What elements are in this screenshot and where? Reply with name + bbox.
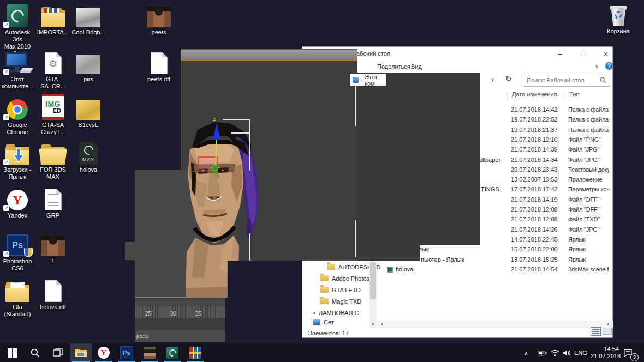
tree-item[interactable]: AUTODESK 3D: [327, 264, 392, 275]
details-view-button[interactable]: [591, 327, 601, 336]
desktop-icon-label: Корзина: [601, 28, 635, 35]
tray-network[interactable]: [551, 343, 559, 362]
language-indicator[interactable]: ENG: [574, 343, 587, 362]
tray-expand-button[interactable]: [524, 343, 528, 362]
horizontal-scrollbar[interactable]: [377, 321, 613, 328]
timeline-slider-line[interactable]: [135, 297, 225, 298]
desktop-icon-autodesk-3ds-max[interactable]: Autodesk 3ds Max 2010 3...: [1, 4, 34, 57]
taskbar-winrar-button[interactable]: [184, 343, 206, 362]
desktop-icon-peets[interactable]: peets: [142, 4, 176, 36]
ribbon-collapse-icon[interactable]: [595, 63, 599, 69]
desktop-icon-this-pc[interactable]: Этот компьюте...: [1, 51, 34, 90]
file-date: 21.07.2018 14:54: [511, 266, 558, 273]
thumbnails-view-button[interactable]: [603, 328, 612, 335]
search-icon: [600, 77, 606, 83]
file-date: 14.07.2018 22:45: [511, 236, 558, 243]
speaker-icon: [563, 349, 571, 357]
timeline-ruler[interactable]: 25 30 35: [135, 306, 225, 318]
timeline-tick-label: 25: [145, 311, 151, 317]
help-icon[interactable]: [605, 62, 613, 70]
column-header-type[interactable]: Тип: [569, 91, 579, 101]
desktop-icon-label: GTA-SA Crazy I...: [36, 122, 70, 136]
window-title: Рабочий стол: [353, 50, 390, 57]
taskbar-gta-button[interactable]: [139, 343, 160, 362]
wifi-icon: [551, 349, 559, 356]
column-separator[interactable]: [564, 92, 564, 100]
tray-battery[interactable]: [538, 343, 547, 362]
desktop-icon-gta-sa-cr[interactable]: GTA-SA_CR...: [36, 51, 70, 90]
desktop-icon-label: Yandex: [1, 212, 34, 219]
desktop-icon-gta-sa-crazy-img-ed[interactable]: IMG ED GTA-SA Crazy I...: [36, 97, 70, 136]
folder-icon: [320, 287, 329, 293]
desktop-icon-holova-dff[interactable]: holova.dff: [36, 279, 70, 311]
file-date: 21.07.2018 12:08: [511, 206, 558, 213]
timeline-tick-label: 30: [170, 311, 176, 317]
close-button[interactable]: [595, 47, 617, 61]
column-separator[interactable]: [507, 92, 508, 100]
photoshop-icon: Ps: [120, 346, 133, 359]
refresh-icon[interactable]: [505, 74, 512, 83]
desktop-icon-google-chrome[interactable]: Google Chrome: [1, 97, 34, 136]
tree-item-network[interactable]: Сет: [313, 319, 379, 325]
maximize-button[interactable]: [572, 47, 594, 61]
address-bar[interactable]: Этот ком: [350, 74, 386, 86]
desktop-icon-peets-dff[interactable]: peets.dff: [142, 51, 176, 83]
shortcut-arrow-icon: [3, 159, 9, 165]
network-icon: [313, 319, 320, 325]
desktop-icon-holova-max[interactable]: MAX holova: [71, 142, 105, 173]
minimize-button[interactable]: [549, 47, 571, 61]
address-dropdown-icon[interactable]: [491, 76, 494, 82]
desktop-icon-yandex[interactable]: Y Yandex: [1, 188, 34, 219]
desktop-icon-1[interactable]: 1: [36, 233, 70, 265]
desktop-icon-cool-brigh[interactable]: Cool-Brigh...: [71, 4, 105, 36]
desktop-icon-b1cvse[interactable]: B1cvsE: [71, 97, 105, 129]
desktop-icon-grp[interactable]: GRP: [36, 188, 70, 219]
desktop-icon-gta-standart[interactable]: Gta (Standart): [1, 279, 34, 318]
tree-scrollbar[interactable]: [369, 261, 377, 328]
desktop-icon-label: Этот компьюте...: [1, 76, 34, 90]
search-input[interactable]: Поиск: Рабочий стол: [523, 74, 610, 87]
taskbar-search-button[interactable]: [24, 343, 46, 362]
desktop-icon-downloads-shortcut[interactable]: Загрузки - Ярлык: [1, 142, 34, 180]
file-icon: [151, 52, 168, 74]
file-date: 15.07.2018 22:00: [511, 246, 558, 252]
img-editor-icon: IMG ED: [42, 94, 64, 120]
taskbar-clock[interactable]: 14:54 21.07.2018: [591, 343, 619, 362]
config-file-icon: [45, 52, 62, 74]
desktop-icon-recycle-bin[interactable]: Корзина: [601, 3, 635, 35]
scroll-down-icon[interactable]: [369, 321, 377, 328]
file-type: Файл "DFF": [568, 196, 609, 203]
scroll-left-icon[interactable]: [378, 321, 386, 328]
yandex-icon: Y: [98, 347, 110, 359]
scrollbar-thumb[interactable]: [370, 262, 376, 299]
taskbar-yandex-button[interactable]: Y: [93, 343, 115, 362]
taskbar: Y Ps ENG 14:5: [0, 343, 644, 362]
desktop-icon-for-3ds-max[interactable]: FOR 3DS MAX: [36, 142, 70, 180]
desktop-icon-label: FOR 3DS MAX: [36, 166, 70, 180]
desktop-icon-photoshop-cs6[interactable]: Ps Photoshop CS6: [1, 233, 34, 272]
floating-dark-panel: [357, 73, 480, 245]
taskbar-photoshop-button[interactable]: Ps: [116, 343, 138, 362]
file-type: Параметры конф...: [568, 186, 609, 192]
timeline-trackbar[interactable]: [135, 318, 225, 330]
desktop-icon-pirs[interactable]: pirs: [71, 51, 105, 83]
task-view-button[interactable]: [47, 343, 69, 362]
archive-folder-icon: [41, 10, 65, 27]
windows-logo-icon: [8, 348, 17, 358]
file-date: 21.07.2018 12:10: [511, 136, 558, 143]
column-header-date[interactable]: Дата изменения: [512, 91, 557, 101]
tray-volume[interactable]: [563, 343, 571, 362]
desktop-icon-importa[interactable]: IMPORTA...: [36, 4, 70, 36]
3dsmax-window-titlebar[interactable]: [181, 49, 357, 59]
texture-thumbnail-icon: [147, 7, 171, 27]
start-button[interactable]: [1, 343, 23, 362]
scroll-right-icon[interactable]: [604, 321, 612, 328]
taskbar-3dsmax-button[interactable]: [162, 343, 183, 362]
ribbon-tab-share[interactable]: Поделиться: [377, 63, 410, 70]
breadcrumb-chevron-icon: [361, 77, 362, 83]
ribbon-tab-view[interactable]: Вид: [411, 63, 422, 70]
taskbar-explorer-button[interactable]: [70, 343, 92, 362]
desktop-icon-label: GTA-SA_CR...: [36, 76, 70, 90]
file-type: Папка с файлами: [568, 106, 609, 113]
file-type: 3dsMax scene file: [568, 266, 609, 273]
